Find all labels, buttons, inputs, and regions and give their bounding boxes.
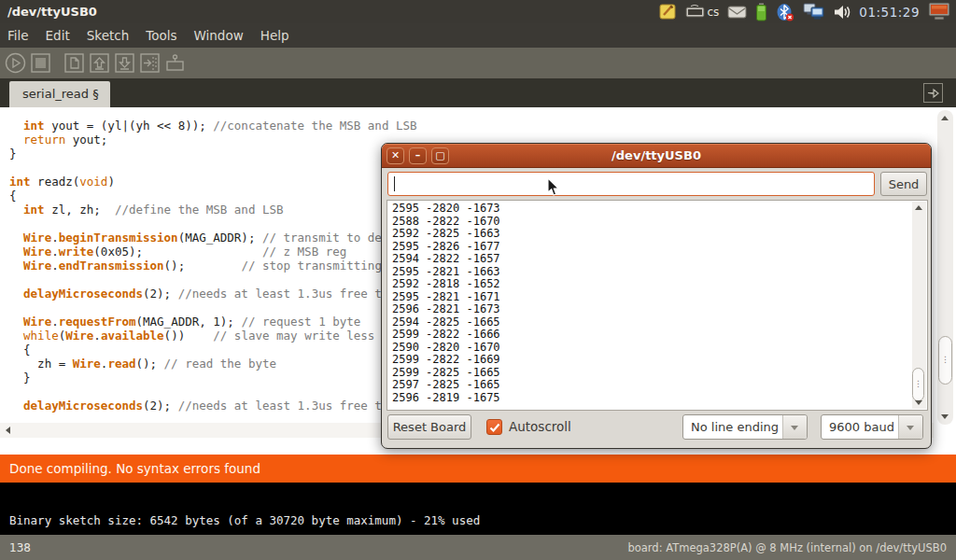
scroll-left-arrow-icon[interactable] (6, 427, 10, 434)
serial-data-row: 2594 -2822 -1657 (392, 253, 500, 266)
verify-button[interactable] (5, 52, 26, 74)
code-line: zh = Wire.read(); // read the byte (9, 357, 417, 371)
line-number-indicator: 138 (9, 541, 31, 554)
chevron-down-icon[interactable] (898, 415, 922, 439)
menu-file[interactable]: File (7, 24, 38, 47)
text-caret (394, 176, 395, 191)
menu-edit[interactable]: Edit (46, 24, 79, 47)
autoscroll-label: Autoscroll (509, 419, 571, 434)
bluetooth-icon[interactable] (776, 3, 794, 21)
line-ending-dropdown[interactable]: No line ending (682, 414, 808, 440)
menu-tools[interactable]: Tools (146, 24, 186, 47)
serial-data-row: 2599 -2822 -1669 (392, 354, 500, 367)
code-line: } (9, 371, 417, 385)
serial-data-row: 2599 -2825 -1665 (392, 367, 500, 380)
editor-vertical-scrollbar[interactable]: ⋮ (937, 110, 953, 425)
code-line (9, 385, 417, 399)
scroll-down-arrow-icon[interactable] (941, 414, 949, 419)
send-button[interactable]: Send (880, 172, 927, 196)
toolbar (0, 48, 956, 78)
build-console: Binary sketch size: 6542 bytes (of a 307… (0, 483, 956, 535)
serial-monitor-titlebar[interactable]: ✕ – ▢ /dev/ttyUSB0 (382, 144, 931, 168)
minimize-icon[interactable]: – (409, 147, 427, 164)
serial-monitor-button[interactable] (164, 52, 186, 74)
note-icon[interactable] (659, 3, 677, 21)
serial-data-row: 2592 -2825 -1663 (392, 228, 500, 241)
serial-data-row: 2595 -2821 -1671 (392, 291, 500, 304)
chevron-down-icon[interactable] (782, 415, 807, 439)
serial-monitor-controls: Reset Board Autoscroll No line ending 96… (382, 411, 931, 448)
serial-monitor-window: ✕ – ▢ /dev/ttyUSB0 Send 2595 -2820 -1673… (381, 143, 932, 449)
battery-icon[interactable] (755, 3, 767, 21)
baud-rate-dropdown[interactable]: 9600 baud (821, 414, 923, 440)
new-sketch-button[interactable] (63, 52, 85, 74)
save-sketch-button[interactable] (114, 52, 135, 74)
maximize-icon[interactable]: ▢ (431, 147, 449, 164)
code-line: { (9, 343, 417, 357)
keyboard-indicator[interactable]: cs (685, 5, 720, 19)
serial-data-row: 2594 -2825 -1665 (392, 316, 500, 329)
serial-scrollbar-thumb[interactable]: ⋮ (912, 368, 924, 401)
serial-data-row: 2588 -2822 -1670 (392, 216, 500, 229)
compile-status-message: Done compiling. No syntax errors found (9, 461, 260, 476)
tab-bar: serial_read § (0, 78, 956, 107)
serial-data-row: 2592 -2818 -1652 (392, 278, 500, 291)
code-line: { (9, 189, 417, 203)
window-controls: ✕ – ▢ (387, 147, 449, 164)
menu-sketch[interactable]: Sketch (87, 24, 138, 47)
code-line: delayMicroseconds(2); //needs at least 1… (9, 287, 417, 301)
serial-output-area[interactable]: 2595 -2820 -16732588 -2822 -16702592 -28… (387, 200, 928, 411)
menu-help[interactable]: Help (260, 24, 299, 47)
ide-status-footer: 138 board: ATmega328P(A) @ 8 MHz (intern… (0, 535, 956, 560)
tab-serial-read[interactable]: serial_read § (9, 81, 110, 107)
code-line: Wire.beginTransmission(MAG_ADDR); // tra… (9, 231, 417, 245)
serial-data-row: 2590 -2820 -1670 (392, 342, 500, 355)
autoscroll-checkbox[interactable] (486, 419, 502, 435)
network-icon[interactable] (803, 3, 824, 21)
close-icon[interactable]: ✕ (387, 147, 404, 164)
scrollbar-grip: ⋮ (913, 380, 923, 388)
serial-data-row: 2597 -2825 -1665 (392, 379, 500, 392)
code-line (9, 301, 417, 315)
code-line (9, 273, 417, 287)
open-sketch-button[interactable] (89, 52, 110, 74)
clock[interactable]: 01:51:29 (859, 5, 920, 20)
serial-input-row: Send (387, 172, 927, 196)
menu-window[interactable]: Window (194, 24, 253, 47)
serial-output-rows: 2595 -2820 -16732588 -2822 -16702592 -28… (392, 203, 500, 404)
tab-menu-button[interactable] (923, 83, 943, 103)
code-line (9, 217, 417, 231)
serial-data-row: 2595 -2820 -1673 (392, 203, 500, 216)
active-window-title: /dev/ttyUSB0 (7, 5, 97, 19)
keyboard-icon (685, 5, 705, 19)
serial-monitor-title: /dev/ttyUSB0 (382, 148, 931, 162)
serial-scrollbar[interactable]: ⋮ (912, 202, 926, 409)
code-line: while(Wire.available()) // slave may wri… (9, 329, 417, 343)
code-line: Wire.write(0x05); // z MSB reg (9, 245, 417, 259)
scroll-up-arrow-icon[interactable] (941, 116, 949, 120)
scrollbar-grip: ⋮ (939, 356, 951, 364)
serial-data-row: 2596 -2821 -1673 (392, 303, 500, 316)
serial-input[interactable] (387, 172, 875, 196)
code-text: int yout = (yl|(yh << 8)); //concatenate… (9, 119, 417, 413)
serial-data-row: 2595 -2821 -1663 (392, 266, 500, 279)
serial-data-row: 2599 -2822 -1666 (392, 329, 500, 342)
editor-scrollbar-thumb[interactable]: ⋮ (938, 336, 952, 385)
mail-icon[interactable] (727, 5, 747, 19)
upload-button[interactable] (139, 52, 161, 74)
console-output: Binary sketch size: 6542 bytes (of a 307… (9, 513, 480, 527)
baud-rate-value: 9600 baud (822, 420, 898, 434)
menu-bar: FileEditSketchToolsWindowHelp (0, 23, 956, 48)
code-line: return yout; (9, 133, 417, 147)
serial-scroll-down-icon[interactable] (915, 400, 922, 405)
system-tray: cs 01:51:29 (659, 2, 951, 21)
code-line: Wire.endTransmission(); // stop transmit… (9, 259, 417, 273)
session-icon[interactable] (928, 2, 950, 21)
reset-board-button[interactable]: Reset Board (387, 414, 471, 440)
compile-status-bar: Done compiling. No syntax errors found (0, 455, 956, 483)
serial-scroll-up-icon[interactable] (915, 205, 922, 210)
volume-icon[interactable] (833, 4, 851, 21)
stop-button[interactable] (30, 52, 51, 74)
code-line: int zl, zh; //define the MSB and LSB (9, 203, 417, 217)
code-line: } (9, 147, 417, 161)
